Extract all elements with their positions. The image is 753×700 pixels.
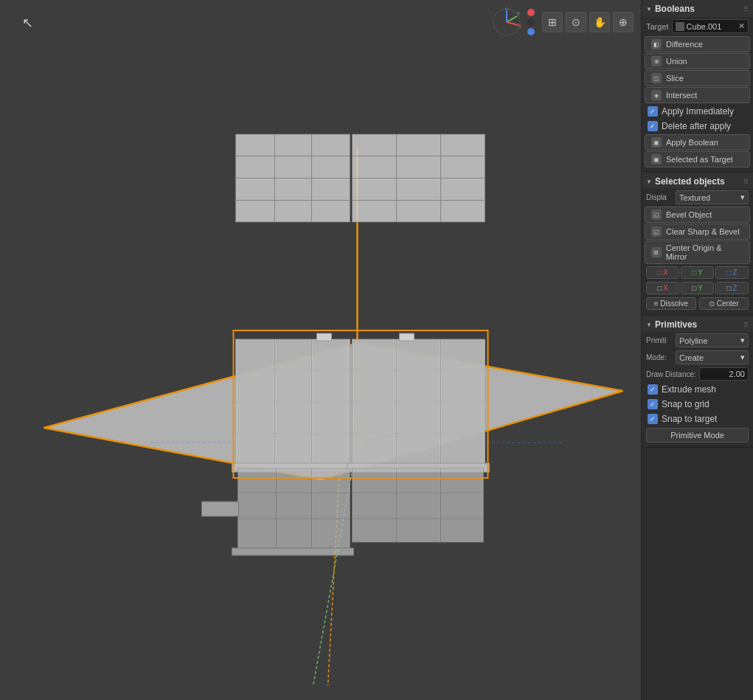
primitives-header[interactable]: ▼ Primitives ⠿ (642, 316, 753, 332)
union-button[interactable]: ⊕ Union (645, 53, 750, 69)
dissolve-button[interactable]: ≡ Dissolve (646, 297, 696, 310)
svg-text:Y: Y (516, 10, 521, 17)
mode-label: Mode: (646, 353, 673, 361)
snap-to-target-label: Snap to target (662, 414, 717, 424)
tool-hand[interactable]: ✋ (589, 12, 610, 32)
snap-to-grid-row[interactable]: ✓ Snap to grid (642, 397, 753, 412)
axis-x-btn-1[interactable]: □ X (646, 266, 679, 279)
3d-scene (0, 0, 641, 700)
selected-objects-section: ▼ Selected objects ⠿ Displa Textured ▾ ◱… (642, 172, 753, 315)
tool-zoom[interactable]: ⊕ (613, 12, 634, 32)
axis-z-label-1: Z (732, 268, 737, 277)
svg-rect-96 (353, 519, 396, 541)
axis-row-1: □ X □ Y □ Z (642, 265, 753, 280)
svg-rect-75 (277, 469, 311, 492)
slice-icon: ◫ (651, 73, 662, 83)
center-button[interactable]: ⊙ Center (699, 297, 749, 310)
axis-x-btn-2[interactable]: □ X (646, 282, 679, 294)
draw-distance-field[interactable]: 2.00 (699, 367, 749, 381)
svg-rect-45 (353, 371, 396, 401)
drag-handle-3: ⠿ (743, 321, 749, 329)
apply-immediately-row[interactable]: ✓ Apply Immediately (642, 104, 753, 119)
tool-grid[interactable]: ⊞ (542, 12, 563, 32)
axis-y-label-1: Y (698, 268, 703, 277)
primitive-row: Primiti Polyline ▾ (642, 332, 753, 349)
svg-rect-51 (353, 434, 396, 464)
axis-y-icon-1: □ (692, 268, 696, 277)
primitive-mode-button[interactable]: Primitive Mode (646, 428, 749, 443)
delete-after-apply-checkbox[interactable]: ✓ (648, 121, 658, 131)
extrude-mesh-row[interactable]: ✓ Extrude mesh (642, 382, 753, 397)
dissolve-row: ≡ Dissolve ⊙ Center (642, 296, 753, 311)
svg-rect-30 (276, 403, 311, 433)
selected-objects-header[interactable]: ▼ Selected objects ⠿ (642, 173, 753, 189)
intersect-button[interactable]: ◈ Intersect (645, 87, 750, 103)
svg-rect-83 (232, 548, 354, 555)
intersect-label: Intersect (666, 91, 697, 100)
display-row: Displa Textured ▾ (642, 189, 753, 206)
bevel-object-button[interactable]: ◱ Bevel Object (645, 207, 750, 223)
selected-as-target-label: Selected as Target (666, 155, 733, 164)
selected-objects-title: Selected objects (655, 176, 725, 187)
svg-rect-24 (276, 340, 311, 370)
delete-after-apply-row[interactable]: ✓ Delete after apply (642, 119, 753, 134)
mode-value: Create (679, 353, 704, 362)
extrude-mesh-checkbox[interactable]: ✓ (648, 384, 658, 395)
difference-button[interactable]: ◧ Difference (645, 36, 750, 52)
snap-to-target-checkbox[interactable]: ✓ (648, 414, 658, 424)
snap-to-target-row[interactable]: ✓ Snap to target (642, 412, 753, 426)
target-remove-btn[interactable]: ✕ (738, 21, 745, 31)
dot-red (527, 9, 535, 16)
mode-dropdown[interactable]: Create ▾ (676, 350, 749, 364)
display-value: Textured (679, 193, 710, 202)
difference-icon: ◧ (651, 39, 662, 49)
svg-rect-50 (442, 403, 485, 433)
svg-rect-25 (313, 340, 350, 370)
dissolve-label: Dissolve (660, 299, 688, 308)
axis-z-btn-1[interactable]: □ Z (715, 266, 749, 279)
center-icon: ⊙ (709, 299, 715, 308)
svg-rect-78 (277, 493, 311, 518)
slice-label: Slice (666, 74, 684, 83)
apply-immediately-checkbox[interactable]: ✓ (648, 106, 658, 117)
axis-x-icon-2: □ (657, 284, 662, 292)
svg-rect-95 (442, 493, 483, 518)
axis-y-btn-1[interactable]: □ Y (681, 266, 714, 279)
cursor: ↖ (22, 15, 33, 31)
difference-label: Difference (666, 40, 703, 49)
union-label: Union (666, 57, 687, 66)
axis-indicator: Z Y X (492, 7, 521, 37)
clear-sharp-bevel-button[interactable]: ◱ Clear Sharp & Bevel (645, 223, 750, 240)
apply-boolean-button[interactable]: ▣ Apply Boolean (645, 134, 750, 150)
booleans-title: Booleans (655, 4, 695, 14)
axis-y-icon-2: □ (692, 284, 696, 292)
axis-y-btn-2[interactable]: □ Y (681, 282, 714, 294)
viewport[interactable]: ↖ Z Y X ⊞ ⊙ ✋ ⊕ (0, 0, 641, 700)
center-origin-mirror-button[interactable]: ⊞ Center Origin & Mirror (645, 240, 750, 264)
primitive-label: Primiti (646, 336, 673, 344)
svg-rect-23 (237, 340, 274, 370)
booleans-header[interactable]: ▼ Booleans ⠿ (642, 0, 753, 17)
svg-rect-42 (353, 340, 396, 370)
svg-rect-43 (398, 340, 440, 370)
delete-after-apply-label: Delete after apply (662, 121, 731, 131)
slice-button[interactable]: ◫ Slice (645, 70, 750, 86)
mode-row: Mode: Create ▾ (642, 349, 753, 366)
draw-distance-label: Draw Distance: (646, 370, 696, 378)
svg-rect-79 (313, 493, 350, 518)
tool-camera[interactable]: ⊙ (566, 12, 586, 32)
svg-rect-32 (237, 434, 274, 464)
svg-rect-49 (398, 403, 440, 433)
selected-as-target-icon: ▣ (651, 154, 662, 164)
svg-rect-67 (317, 333, 332, 341)
display-dropdown[interactable]: Textured ▾ (676, 190, 749, 204)
snap-to-grid-checkbox[interactable]: ✓ (648, 399, 658, 409)
svg-rect-81 (277, 519, 311, 549)
axis-z-btn-2[interactable]: □ Z (715, 282, 749, 294)
target-label: Target (646, 22, 669, 31)
selected-as-target-button[interactable]: ▣ Selected as Target (645, 151, 750, 167)
primitive-dropdown[interactable]: Polyline ▾ (676, 333, 749, 347)
svg-rect-76 (313, 469, 350, 492)
svg-rect-82 (313, 519, 350, 549)
clear-sharp-bevel-label: Clear Sharp & Bevel (666, 227, 740, 236)
